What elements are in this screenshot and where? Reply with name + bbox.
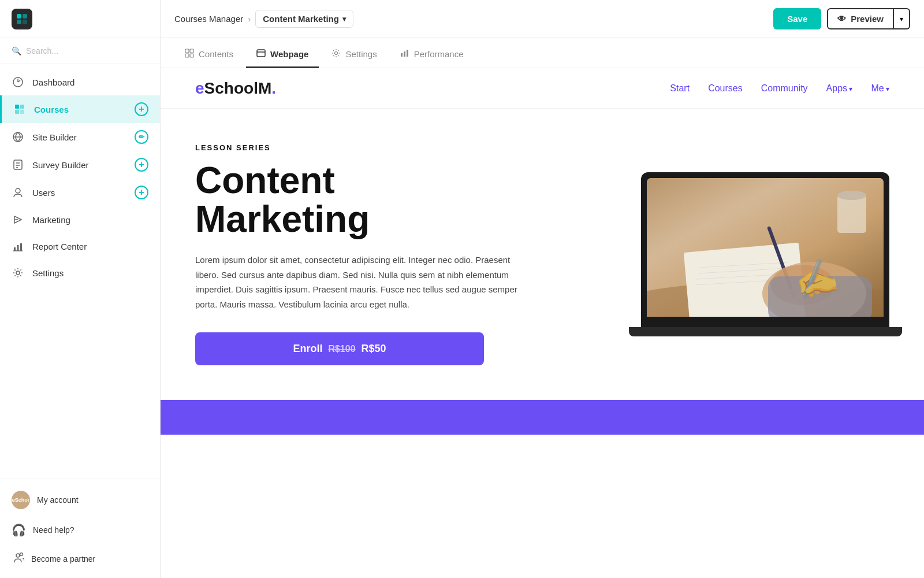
site-logo: eSchoolM. bbox=[195, 79, 276, 98]
sidebar-nav: Dashboard Courses + Site Builder ✏ bbox=[0, 64, 160, 479]
svg-point-22 bbox=[20, 553, 23, 556]
laptop-mockup bbox=[641, 172, 889, 327]
tab-performance-label: Performance bbox=[414, 49, 464, 59]
svg-rect-2 bbox=[17, 20, 21, 24]
svg-rect-1 bbox=[23, 14, 27, 18]
hero-text-content: LESSON SERIES Content Marketing Lorem ip… bbox=[195, 143, 606, 365]
search-placeholder: Search... bbox=[26, 46, 58, 55]
nav-link-apps[interactable]: Apps bbox=[826, 83, 853, 94]
current-page-label: Content Marketing bbox=[263, 14, 339, 24]
need-help-item[interactable]: 🎧 Need help? bbox=[0, 516, 160, 544]
svg-rect-44 bbox=[768, 276, 872, 317]
nav-link-me[interactable]: Me bbox=[871, 83, 889, 94]
users-add-button[interactable]: + bbox=[135, 186, 148, 199]
logo-dot: . bbox=[271, 79, 276, 97]
tab-performance[interactable]: Performance bbox=[390, 42, 474, 68]
tab-webpage[interactable]: Webpage bbox=[246, 42, 319, 68]
search-icon: 🔍 bbox=[12, 46, 21, 55]
headphone-icon: 🎧 bbox=[12, 523, 26, 537]
enroll-label: Enroll bbox=[293, 343, 322, 355]
survey-builder-add-button[interactable]: + bbox=[135, 158, 148, 172]
breadcrumb-current-page[interactable]: Content Marketing ▾ bbox=[255, 10, 353, 28]
sidebar-item-label-dashboard: Dashboard bbox=[32, 77, 74, 87]
svg-rect-24 bbox=[190, 49, 193, 53]
enroll-button[interactable]: Enroll R$100 R$50 bbox=[195, 332, 484, 365]
need-help-label: Need help? bbox=[33, 525, 74, 535]
sidebar-item-users[interactable]: Users + bbox=[0, 179, 160, 206]
logo-school: School bbox=[204, 79, 258, 97]
price: R$50 bbox=[362, 343, 386, 355]
page-nav-links: Start Courses Community Apps Me bbox=[670, 83, 889, 94]
partner-icon bbox=[12, 551, 24, 566]
site-builder-icon bbox=[12, 131, 24, 143]
hero-section: LESSON SERIES Content Marketing Lorem ip… bbox=[161, 109, 924, 400]
tabs-bar: Contents Webpage Settings Performance bbox=[161, 38, 924, 68]
performance-tab-icon bbox=[400, 49, 409, 60]
breadcrumb-separator: › bbox=[248, 14, 251, 24]
app-logo-icon[interactable] bbox=[12, 9, 32, 29]
settings-tab-icon bbox=[331, 49, 341, 60]
hero-image-container bbox=[641, 172, 889, 336]
nav-link-community[interactable]: Community bbox=[761, 83, 808, 94]
courses-icon bbox=[13, 103, 26, 116]
sidebar-item-label-survey-builder: Survey Builder bbox=[32, 160, 89, 170]
become-partner-item[interactable]: Become a partner bbox=[0, 544, 160, 573]
preview-label: Preview bbox=[851, 14, 884, 24]
tab-contents-label: Contents bbox=[199, 49, 233, 59]
svg-rect-17 bbox=[17, 245, 19, 251]
preview-button[interactable]: 👁 Preview bbox=[827, 8, 894, 29]
page-navbar: eSchoolM. Start Courses Community Apps M… bbox=[161, 68, 924, 109]
sidebar-item-report-center[interactable]: Report Center bbox=[0, 233, 160, 260]
sidebar-bottom: eSchor My account 🎧 Need help? Become a … bbox=[0, 479, 160, 578]
svg-rect-25 bbox=[185, 54, 189, 57]
sidebar-item-dashboard[interactable]: Dashboard bbox=[0, 69, 160, 95]
preview-group: 👁 Preview ▾ bbox=[827, 8, 910, 29]
my-account-item[interactable]: eSchor My account bbox=[0, 484, 160, 516]
preview-dropdown-button[interactable]: ▾ bbox=[894, 8, 910, 29]
svg-rect-26 bbox=[190, 54, 193, 57]
sidebar-item-courses[interactable]: Courses + bbox=[0, 95, 160, 123]
sidebar-logo bbox=[0, 0, 160, 38]
dropdown-chevron-icon: ▾ bbox=[342, 15, 346, 23]
laptop-base bbox=[629, 327, 902, 336]
search-bar[interactable]: 🔍 Search... bbox=[0, 38, 160, 64]
report-center-icon bbox=[12, 240, 24, 253]
tab-contents[interactable]: Contents bbox=[174, 42, 244, 68]
sidebar: 🔍 Search... Dashboard Courses + bbox=[0, 0, 161, 578]
svg-rect-7 bbox=[15, 110, 19, 114]
nav-link-start[interactable]: Start bbox=[670, 83, 690, 94]
laptop-screen-image bbox=[647, 178, 884, 317]
svg-rect-45 bbox=[837, 195, 866, 233]
breadcrumb: Courses Manager › Content Marketing ▾ bbox=[174, 10, 353, 28]
svg-rect-32 bbox=[407, 50, 408, 57]
svg-point-15 bbox=[16, 188, 20, 193]
save-button[interactable]: Save bbox=[773, 8, 821, 29]
sidebar-item-marketing[interactable]: Marketing bbox=[0, 206, 160, 233]
survey-builder-icon bbox=[12, 158, 24, 171]
svg-rect-16 bbox=[14, 247, 16, 251]
breadcrumb-courses-manager[interactable]: Courses Manager bbox=[174, 14, 243, 24]
svg-rect-31 bbox=[404, 51, 405, 57]
svg-point-29 bbox=[335, 52, 338, 55]
laptop-notch bbox=[754, 317, 777, 321]
tab-settings[interactable]: Settings bbox=[321, 42, 387, 68]
courses-add-button[interactable]: + bbox=[135, 102, 148, 116]
svg-rect-3 bbox=[23, 20, 27, 24]
eye-icon: 👁 bbox=[837, 14, 846, 24]
sidebar-item-survey-builder[interactable]: Survey Builder + bbox=[0, 151, 160, 179]
nav-link-courses[interactable]: Courses bbox=[708, 83, 743, 94]
footer-bar bbox=[161, 400, 924, 435]
svg-rect-0 bbox=[17, 14, 21, 18]
svg-point-21 bbox=[16, 554, 20, 557]
site-builder-edit-button[interactable]: ✏ bbox=[135, 130, 148, 144]
svg-rect-8 bbox=[20, 110, 24, 114]
marketing-icon bbox=[12, 213, 24, 226]
hero-description: Lorem ipsum dolor sit amet, consectetur … bbox=[195, 253, 519, 312]
dashboard-icon bbox=[12, 76, 24, 88]
old-price: R$100 bbox=[328, 344, 355, 354]
sidebar-item-settings[interactable]: Settings bbox=[0, 260, 160, 286]
webpage-preview-area: eSchoolM. Start Courses Community Apps M… bbox=[161, 68, 924, 578]
logo-e: e bbox=[195, 79, 204, 97]
sidebar-item-site-builder[interactable]: Site Builder ✏ bbox=[0, 123, 160, 151]
webpage-tab-icon bbox=[256, 49, 266, 60]
